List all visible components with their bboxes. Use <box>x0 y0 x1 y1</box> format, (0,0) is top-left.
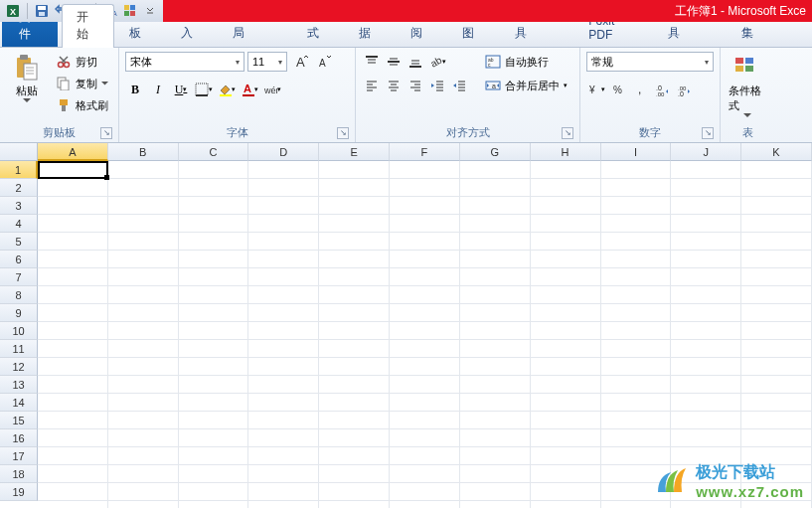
cell[interactable] <box>390 447 460 465</box>
cell[interactable] <box>319 161 390 179</box>
cell[interactable] <box>741 340 812 358</box>
row-header-8[interactable]: 8 <box>0 286 38 304</box>
row-header-12[interactable]: 12 <box>0 358 38 376</box>
cell[interactable] <box>671 179 741 197</box>
cell[interactable] <box>319 268 390 286</box>
row-header-7[interactable]: 7 <box>0 268 38 286</box>
cell[interactable] <box>179 161 249 179</box>
row-header-15[interactable]: 15 <box>0 412 38 429</box>
cell[interactable] <box>601 358 672 376</box>
cell[interactable] <box>390 161 460 179</box>
cell[interactable] <box>108 251 179 268</box>
row-header-16[interactable]: 16 <box>0 429 38 447</box>
cell[interactable] <box>741 322 812 340</box>
align-bottom-button[interactable] <box>406 52 425 72</box>
cell[interactable] <box>671 358 741 376</box>
cell[interactable] <box>38 251 108 268</box>
cell[interactable] <box>179 394 249 412</box>
col-header-E[interactable]: E <box>319 143 390 161</box>
cell[interactable] <box>531 412 601 429</box>
excel-icon[interactable]: X <box>4 2 22 20</box>
row-header-10[interactable]: 10 <box>0 322 38 340</box>
cell[interactable] <box>390 268 460 286</box>
cell[interactable] <box>38 429 108 447</box>
cell[interactable] <box>531 268 601 286</box>
col-header-F[interactable]: F <box>390 143 460 161</box>
row-header-6[interactable]: 6 <box>0 251 38 268</box>
cell[interactable] <box>108 358 179 376</box>
cell[interactable] <box>108 501 179 508</box>
cell[interactable] <box>319 304 390 322</box>
cell[interactable] <box>460 429 531 447</box>
row-header-3[interactable]: 3 <box>0 197 38 215</box>
row-header-1[interactable]: 1 <box>0 161 38 179</box>
cell[interactable] <box>390 501 460 508</box>
cell[interactable] <box>179 429 249 447</box>
cell[interactable] <box>531 322 601 340</box>
cell[interactable] <box>390 197 460 215</box>
cell[interactable] <box>248 412 319 429</box>
cell[interactable] <box>460 394 531 412</box>
cell[interactable] <box>319 358 390 376</box>
cell[interactable] <box>179 268 249 286</box>
cell[interactable] <box>741 215 812 233</box>
cell[interactable] <box>319 322 390 340</box>
cell[interactable] <box>460 412 531 429</box>
cell[interactable] <box>38 465 108 483</box>
row-header-2[interactable]: 2 <box>0 179 38 197</box>
cell[interactable] <box>741 376 812 394</box>
font-size-combo[interactable]: 11▾ <box>247 52 287 72</box>
cell[interactable] <box>671 394 741 412</box>
cell[interactable] <box>531 161 601 179</box>
active-cell-A1[interactable] <box>38 161 108 179</box>
cell[interactable] <box>741 161 812 179</box>
cell[interactable] <box>601 429 672 447</box>
cell[interactable] <box>531 429 601 447</box>
cell[interactable] <box>38 483 108 501</box>
col-header-A[interactable]: A <box>38 143 108 161</box>
cell[interactable] <box>390 429 460 447</box>
row-header-13[interactable]: 13 <box>0 376 38 394</box>
col-header-K[interactable]: K <box>741 143 812 161</box>
font-name-combo[interactable]: 宋体▾ <box>125 52 244 72</box>
row-header-18[interactable]: 18 <box>0 465 38 483</box>
cell[interactable] <box>671 412 741 429</box>
cell[interactable] <box>531 304 601 322</box>
increase-indent-button[interactable] <box>449 76 469 95</box>
cell[interactable] <box>248 376 319 394</box>
cell[interactable] <box>531 447 601 465</box>
cell[interactable] <box>671 268 741 286</box>
cell[interactable] <box>179 286 249 304</box>
col-header-H[interactable]: H <box>531 143 601 161</box>
cell[interactable] <box>601 501 672 508</box>
cell[interactable] <box>319 394 390 412</box>
underline-button[interactable]: U▾ <box>171 80 191 99</box>
cell[interactable] <box>319 215 390 233</box>
cell[interactable] <box>38 322 108 340</box>
format-painter-button[interactable]: 格式刷 <box>52 95 112 115</box>
grow-font-button[interactable]: A <box>290 52 310 72</box>
cell[interactable] <box>741 412 812 429</box>
cell[interactable] <box>108 483 179 501</box>
cell[interactable] <box>179 501 249 508</box>
cell[interactable] <box>671 251 741 268</box>
cell[interactable] <box>460 358 531 376</box>
border-button[interactable]: ▾ <box>194 80 214 99</box>
cell[interactable] <box>741 179 812 197</box>
cell[interactable] <box>671 233 741 251</box>
cell[interactable] <box>671 286 741 304</box>
cell[interactable] <box>108 286 179 304</box>
cell[interactable] <box>601 197 672 215</box>
cell[interactable] <box>460 179 531 197</box>
cell[interactable] <box>38 197 108 215</box>
cell[interactable] <box>531 394 601 412</box>
cell[interactable] <box>460 447 531 465</box>
decrease-decimal-button[interactable]: .00.0 <box>674 80 694 99</box>
save-icon[interactable] <box>33 2 51 20</box>
cell[interactable] <box>460 465 531 483</box>
cell[interactable] <box>38 304 108 322</box>
row-header-11[interactable]: 11 <box>0 340 38 358</box>
cell[interactable] <box>671 322 741 340</box>
cell[interactable] <box>531 340 601 358</box>
cell[interactable] <box>531 483 601 501</box>
